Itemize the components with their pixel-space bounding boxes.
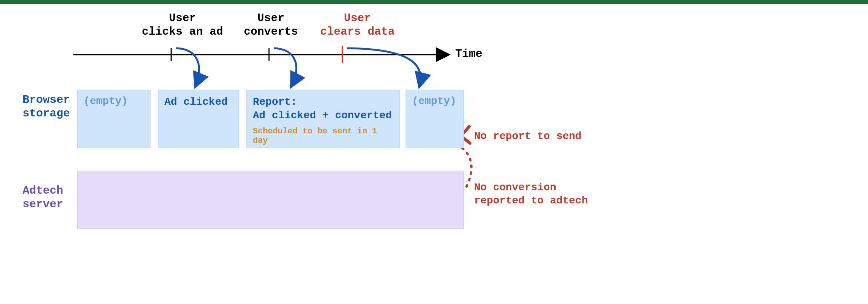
event-label-convert: User converts	[233, 11, 309, 38]
diagram-canvas: User clicks an ad User converts User cle…	[23, 4, 610, 298]
box-empty-after-clear: (empty)	[406, 90, 464, 148]
box-empty-initial: (empty)	[77, 90, 150, 148]
arrow-click-to-box	[176, 48, 199, 86]
box-report-subtext: Scheduled to be sent in 1 day	[253, 127, 394, 145]
box-report-title: Report: Ad clicked + converted	[253, 95, 394, 123]
box-ad-clicked: Ad clicked	[158, 90, 239, 148]
box-empty-initial-text: (empty)	[84, 95, 128, 107]
box-report: Report: Ad clicked + converted Scheduled…	[246, 90, 400, 148]
timeline-svg	[23, 4, 610, 298]
error-no-conversion: No conversion reported to adtech	[474, 181, 588, 207]
row-label-browser: Browser storage	[23, 93, 70, 120]
error-no-report: No report to send	[474, 130, 582, 143]
arrow-convert-to-box	[274, 48, 296, 86]
top-accent-bar	[0, 0, 868, 4]
event-label-click: User clicks an ad	[134, 11, 231, 38]
row-label-adtech: Adtech server	[23, 184, 63, 211]
event-label-clear: User clears data	[309, 11, 406, 38]
arrow-clear-to-box	[347, 48, 421, 86]
box-empty-after-clear-text: (empty)	[412, 95, 456, 107]
axis-label-time: Time	[455, 47, 482, 60]
box-adtech-server	[77, 171, 464, 229]
box-ad-clicked-title: Ad clicked	[164, 96, 228, 108]
